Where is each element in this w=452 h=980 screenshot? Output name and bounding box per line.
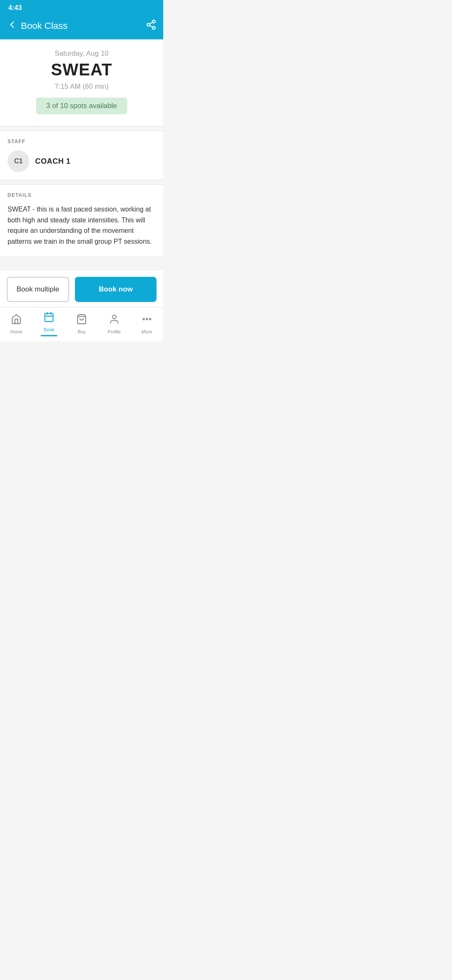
- book-label: Book: [44, 327, 54, 332]
- profile-icon: [109, 314, 120, 327]
- bottom-nav: Home Book Buy: [0, 307, 163, 341]
- nav-item-home[interactable]: Home: [0, 314, 33, 334]
- nav-item-more[interactable]: More: [131, 314, 163, 334]
- more-icon: [141, 314, 152, 327]
- details-section-label: DETAILS: [8, 192, 156, 198]
- nav-item-book[interactable]: Book: [33, 312, 65, 336]
- staff-row: C1 COACH 1: [8, 150, 156, 172]
- buy-label: Buy: [78, 329, 86, 334]
- more-label: More: [141, 329, 152, 334]
- nav-item-buy[interactable]: Buy: [65, 314, 98, 334]
- class-time: 7:15 AM (60 min): [8, 83, 155, 91]
- status-bar: 4:43: [0, 0, 163, 14]
- svg-point-13: [149, 319, 151, 320]
- staff-name: COACH 1: [35, 157, 71, 166]
- details-section: DETAILS SWEAT - this is a fast paced ses…: [0, 184, 163, 257]
- nav-title: Book Class: [21, 21, 67, 31]
- nav-item-profile[interactable]: Profile: [98, 314, 131, 334]
- hero-section: Saturday, Aug 10 SWEAT 7:15 AM (60 min) …: [0, 39, 163, 126]
- status-time: 4:43: [8, 4, 22, 12]
- book-icon: [44, 312, 54, 325]
- nav-bar: Book Class: [0, 14, 163, 39]
- svg-point-10: [113, 315, 116, 319]
- bottom-buttons: Book multiple Book now: [0, 270, 163, 307]
- book-multiple-button[interactable]: Book multiple: [7, 277, 69, 302]
- back-button[interactable]: [7, 19, 18, 33]
- book-active-indicator: [41, 335, 57, 336]
- svg-line-3: [149, 26, 152, 27]
- profile-label: Profile: [108, 329, 121, 334]
- buy-icon: [76, 314, 87, 327]
- spots-available-badge: 3 of 10 spots available: [36, 98, 127, 114]
- staff-section: STAFF C1 COACH 1: [0, 131, 163, 180]
- staff-section-label: STAFF: [8, 139, 156, 144]
- staff-avatar: C1: [8, 150, 29, 172]
- home-label: Home: [10, 329, 22, 334]
- class-name: SWEAT: [8, 60, 155, 79]
- svg-point-12: [146, 319, 147, 320]
- book-now-button[interactable]: Book now: [75, 277, 157, 302]
- class-date: Saturday, Aug 10: [8, 49, 155, 58]
- nav-left: Book Class: [7, 19, 67, 33]
- share-button[interactable]: [146, 19, 157, 33]
- svg-line-4: [149, 22, 152, 24]
- home-icon: [11, 314, 22, 327]
- details-description: SWEAT - this is a fast paced session, wo…: [8, 204, 156, 247]
- svg-point-11: [143, 319, 144, 320]
- svg-rect-5: [45, 314, 53, 322]
